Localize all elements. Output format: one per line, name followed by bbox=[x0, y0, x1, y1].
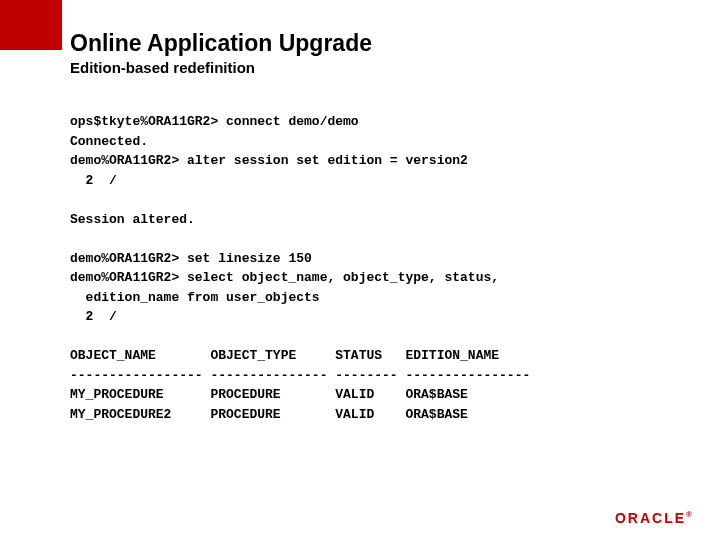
terminal-output: ops$tkyte%ORA11GR2> connect demo/demo Co… bbox=[70, 112, 650, 424]
page-subtitle: Edition-based redefinition bbox=[70, 59, 650, 76]
brand-corner-block bbox=[0, 0, 62, 50]
page-title: Online Application Upgrade bbox=[70, 30, 650, 57]
oracle-logo: ORACLE® bbox=[615, 510, 692, 526]
logo-text: ORACLE bbox=[615, 510, 686, 526]
slide-content: Online Application Upgrade Edition-based… bbox=[0, 0, 720, 424]
registered-mark: ® bbox=[686, 510, 692, 519]
